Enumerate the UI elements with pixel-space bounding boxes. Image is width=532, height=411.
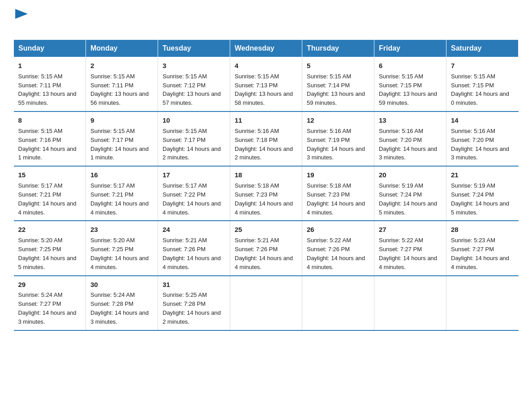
day-cell-13: 13Sunrise: 5:16 AMSunset: 7:20 PMDayligh… [374,111,446,166]
day-number: 30 [90,280,153,290]
day-number: 13 [379,116,442,125]
logo [13,9,28,35]
header-friday: Friday [374,40,446,57]
day-cell-1: 1Sunrise: 5:15 AMSunset: 7:11 PMDaylight… [14,57,86,112]
day-cell-23: 23Sunrise: 5:20 AMSunset: 7:25 PMDayligh… [86,221,158,275]
day-number: 14 [451,116,514,125]
day-number: 18 [235,170,297,180]
day-cell-28: 28Sunrise: 5:23 AMSunset: 7:27 PMDayligh… [446,221,519,275]
day-info: Sunrise: 5:15 AMSunset: 7:11 PMDaylight:… [90,73,149,107]
day-number: 10 [163,116,225,125]
day-cell-26: 26Sunrise: 5:22 AMSunset: 7:26 PMDayligh… [302,221,374,275]
header-sunday: Sunday [14,40,86,57]
day-number: 4 [235,61,297,71]
day-number: 25 [235,225,297,235]
day-number: 17 [163,170,225,180]
day-info: Sunrise: 5:15 AMSunset: 7:15 PMDaylight:… [451,73,509,107]
empty-cell [374,276,446,330]
day-info: Sunrise: 5:17 AMSunset: 7:21 PMDaylight:… [18,182,77,216]
day-number: 6 [379,61,442,71]
logo-arrow-icon [15,9,28,19]
day-info: Sunrise: 5:19 AMSunset: 7:24 PMDaylight:… [451,182,509,216]
day-info: Sunrise: 5:17 AMSunset: 7:22 PMDaylight:… [163,182,221,216]
day-number: 20 [379,170,442,180]
day-cell-5: 5Sunrise: 5:15 AMSunset: 7:14 PMDaylight… [302,57,374,112]
day-cell-19: 19Sunrise: 5:18 AMSunset: 7:23 PMDayligh… [302,166,374,221]
day-number: 7 [451,61,514,71]
day-number: 29 [18,280,82,290]
day-number: 26 [307,225,369,235]
day-cell-10: 10Sunrise: 5:15 AMSunset: 7:17 PMDayligh… [158,111,230,166]
day-info: Sunrise: 5:17 AMSunset: 7:21 PMDaylight:… [90,182,149,216]
day-number: 9 [90,116,153,125]
day-info: Sunrise: 5:15 AMSunset: 7:12 PMDaylight:… [163,73,221,107]
day-info: Sunrise: 5:18 AMSunset: 7:23 PMDaylight:… [235,182,293,216]
day-number: 21 [451,170,514,180]
day-info: Sunrise: 5:15 AMSunset: 7:11 PMDaylight:… [18,73,77,107]
day-number: 22 [18,225,82,235]
header-saturday: Saturday [446,40,519,57]
day-info: Sunrise: 5:23 AMSunset: 7:27 PMDaylight:… [451,237,509,270]
day-number: 28 [451,225,514,235]
day-number: 12 [307,116,369,125]
empty-cell [446,276,519,330]
week-row-2: 8Sunrise: 5:15 AMSunset: 7:16 PMDaylight… [14,111,519,166]
day-info: Sunrise: 5:15 AMSunset: 7:17 PMDaylight:… [90,128,149,161]
header-wednesday: Wednesday [230,40,302,57]
day-cell-27: 27Sunrise: 5:22 AMSunset: 7:27 PMDayligh… [374,221,446,275]
day-info: Sunrise: 5:25 AMSunset: 7:28 PMDaylight:… [163,291,221,325]
day-info: Sunrise: 5:18 AMSunset: 7:23 PMDaylight:… [307,182,365,216]
day-cell-12: 12Sunrise: 5:16 AMSunset: 7:19 PMDayligh… [302,111,374,166]
day-cell-21: 21Sunrise: 5:19 AMSunset: 7:24 PMDayligh… [446,166,519,221]
day-cell-6: 6Sunrise: 5:15 AMSunset: 7:15 PMDaylight… [374,57,446,112]
header-monday: Monday [86,40,158,57]
day-number: 11 [235,116,297,125]
day-cell-17: 17Sunrise: 5:17 AMSunset: 7:22 PMDayligh… [158,166,230,221]
day-cell-15: 15Sunrise: 5:17 AMSunset: 7:21 PMDayligh… [14,166,86,221]
day-info: Sunrise: 5:15 AMSunset: 7:14 PMDaylight:… [307,73,365,107]
day-cell-30: 30Sunrise: 5:24 AMSunset: 7:28 PMDayligh… [86,276,158,330]
day-cell-18: 18Sunrise: 5:18 AMSunset: 7:23 PMDayligh… [230,166,302,221]
day-info: Sunrise: 5:22 AMSunset: 7:26 PMDaylight:… [307,237,365,270]
week-row-1: 1Sunrise: 5:15 AMSunset: 7:11 PMDaylight… [14,57,519,112]
day-info: Sunrise: 5:24 AMSunset: 7:27 PMDaylight:… [18,291,77,325]
day-number: 27 [379,225,442,235]
empty-cell [302,276,374,330]
day-number: 16 [90,170,153,180]
day-info: Sunrise: 5:16 AMSunset: 7:19 PMDaylight:… [307,128,365,161]
day-info: Sunrise: 5:21 AMSunset: 7:26 PMDaylight:… [163,237,221,270]
day-number: 23 [90,225,153,235]
week-row-4: 22Sunrise: 5:20 AMSunset: 7:25 PMDayligh… [14,221,519,275]
day-info: Sunrise: 5:16 AMSunset: 7:20 PMDaylight:… [451,128,509,161]
day-number: 24 [163,225,225,235]
day-info: Sunrise: 5:16 AMSunset: 7:20 PMDaylight:… [379,128,437,161]
day-cell-24: 24Sunrise: 5:21 AMSunset: 7:26 PMDayligh… [158,221,230,275]
day-cell-31: 31Sunrise: 5:25 AMSunset: 7:28 PMDayligh… [158,276,230,330]
week-row-3: 15Sunrise: 5:17 AMSunset: 7:21 PMDayligh… [14,166,519,221]
day-cell-8: 8Sunrise: 5:15 AMSunset: 7:16 PMDaylight… [14,111,86,166]
calendar-header-row: SundayMondayTuesdayWednesdayThursdayFrid… [14,40,519,57]
day-cell-7: 7Sunrise: 5:15 AMSunset: 7:15 PMDaylight… [446,57,519,112]
day-number: 19 [307,170,369,180]
day-number: 2 [90,61,153,71]
page-header [13,9,519,35]
empty-cell [230,276,302,330]
day-info: Sunrise: 5:15 AMSunset: 7:17 PMDaylight:… [163,128,221,161]
day-info: Sunrise: 5:19 AMSunset: 7:24 PMDaylight:… [379,182,437,216]
week-row-5: 29Sunrise: 5:24 AMSunset: 7:27 PMDayligh… [14,276,519,330]
day-cell-3: 3Sunrise: 5:15 AMSunset: 7:12 PMDaylight… [158,57,230,112]
day-number: 3 [163,61,225,71]
day-number: 15 [18,170,82,180]
header-tuesday: Tuesday [158,40,230,57]
day-cell-14: 14Sunrise: 5:16 AMSunset: 7:20 PMDayligh… [446,111,519,166]
day-cell-16: 16Sunrise: 5:17 AMSunset: 7:21 PMDayligh… [86,166,158,221]
day-info: Sunrise: 5:15 AMSunset: 7:15 PMDaylight:… [379,73,437,107]
day-cell-22: 22Sunrise: 5:20 AMSunset: 7:25 PMDayligh… [14,221,86,275]
day-info: Sunrise: 5:16 AMSunset: 7:18 PMDaylight:… [235,128,293,161]
svg-marker-0 [15,9,28,19]
day-cell-20: 20Sunrise: 5:19 AMSunset: 7:24 PMDayligh… [374,166,446,221]
day-cell-4: 4Sunrise: 5:15 AMSunset: 7:13 PMDaylight… [230,57,302,112]
day-info: Sunrise: 5:20 AMSunset: 7:25 PMDaylight:… [90,237,149,270]
day-number: 1 [18,61,82,71]
day-info: Sunrise: 5:21 AMSunset: 7:26 PMDaylight:… [235,237,293,270]
